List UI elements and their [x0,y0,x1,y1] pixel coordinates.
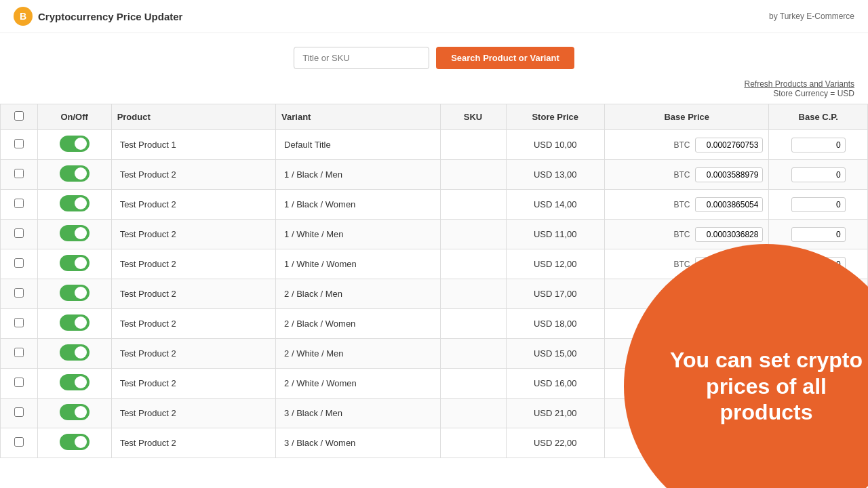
toggle-switch[interactable] [60,285,90,301]
table-row: Test Product 2 3 / Black / Women USD 22,… [1,428,868,458]
row-base-price-cell: BTC [605,399,769,428]
row-product-name: Test Product 2 [111,428,275,458]
base-price-input[interactable] [695,287,763,302]
base-price-input[interactable] [695,138,763,152]
header-variant: Variant [276,104,440,130]
row-base-cp-cell [769,428,868,458]
row-checkbox-cell [1,190,38,220]
base-price-container: BTC [610,376,763,391]
row-currency: BTC [672,439,691,448]
base-cp-input[interactable] [791,346,846,361]
base-cp-input[interactable] [791,436,846,451]
row-checkbox[interactable] [14,288,24,298]
row-sku [440,190,506,220]
row-base-price-cell: BTC [605,160,769,190]
base-cp-input[interactable] [791,227,846,242]
select-all-checkbox[interactable] [14,111,24,121]
base-cp-input[interactable] [791,257,846,272]
row-currency: BTC [672,200,691,209]
row-checkbox[interactable] [14,139,24,148]
row-product-name: Test Product 2 [111,249,275,279]
row-base-price-cell: BTC [605,130,769,160]
base-cp-input[interactable] [791,197,846,212]
row-variant-name: 1 / Black / Men [276,160,440,190]
base-cp-input[interactable] [791,406,846,421]
header-product: Product [111,104,275,130]
table-row: Test Product 2 1 / Black / Women USD 14,… [1,190,868,220]
base-price-input[interactable] [695,376,763,391]
toggle-switch[interactable] [60,195,90,211]
row-checkbox[interactable] [14,378,24,387]
row-checkbox[interactable] [14,228,24,238]
toggle-switch[interactable] [60,255,90,271]
row-currency: BTC [672,230,691,239]
header-store-price: Store Price [506,104,604,130]
toggle-switch[interactable] [60,136,90,152]
row-store-price: USD 14,00 [506,190,604,220]
row-checkbox[interactable] [14,407,24,417]
row-store-price: USD 11,00 [506,220,604,249]
row-product-name: Test Product 2 [111,369,275,399]
toggle-switch[interactable] [60,374,90,390]
row-base-price-cell: BTC [605,428,769,458]
toggle-switch[interactable] [60,404,90,420]
header-checkbox-cell [1,104,38,130]
base-price-input[interactable] [695,436,763,451]
toggle-slider [60,285,90,301]
row-base-price-cell: BTC [605,220,769,249]
row-checkbox[interactable] [14,169,24,178]
toggle-switch[interactable] [60,225,90,241]
products-table: On/Off Product Variant SKU Store Price B… [0,104,868,458]
toggle-slider [60,136,90,152]
row-checkbox-cell [1,339,38,369]
base-price-container: BTC [610,406,763,421]
toggle-switch[interactable] [60,344,90,361]
base-price-input[interactable] [695,197,763,212]
base-price-input[interactable] [695,346,763,361]
toggle-switch[interactable] [60,434,90,450]
row-checkbox-cell [1,369,38,399]
row-toggle-cell [37,190,111,220]
row-store-price: USD 21,00 [506,399,604,428]
search-button[interactable]: Search Product or Variant [436,47,574,69]
toggle-slider [60,225,90,241]
base-price-container: BTC [610,138,763,152]
row-base-cp-cell [769,309,868,339]
base-cp-input[interactable] [791,167,846,182]
toggle-slider [60,195,90,211]
row-checkbox[interactable] [14,318,24,327]
toggle-slider [60,404,90,420]
row-checkbox[interactable] [14,199,24,208]
store-currency-label: Store Currency = USD [773,89,854,98]
toggle-switch[interactable] [60,314,90,331]
row-checkbox-cell [1,309,38,339]
base-price-input[interactable] [695,257,763,272]
row-product-name: Test Product 2 [111,339,275,369]
toggle-switch[interactable] [60,165,90,182]
row-store-price: USD 12,00 [506,249,604,279]
base-price-input[interactable] [695,167,763,182]
toggle-slider [60,344,90,361]
base-price-input[interactable] [695,406,763,421]
base-cp-input[interactable] [791,376,846,391]
app-logo: B [14,7,33,26]
base-cp-input[interactable] [791,287,846,302]
row-base-cp-cell [769,339,868,369]
search-input[interactable] [294,47,429,69]
row-checkbox[interactable] [14,348,24,357]
row-base-cp-cell [769,220,868,249]
row-currency: BTC [672,409,691,418]
base-price-container: BTC [610,317,763,331]
app-header: B Cryptocurrency Price Updater by Turkey… [0,0,868,33]
table-row: Test Product 2 3 / Black / Men USD 21,00… [1,399,868,428]
table-row: Test Product 1 Default Title USD 10,00 B… [1,130,868,160]
table-header-row: On/Off Product Variant SKU Store Price B… [1,104,868,130]
row-base-cp-cell [769,249,868,279]
refresh-link[interactable]: Refresh Products and Variants [744,79,854,89]
base-price-input[interactable] [695,227,763,242]
row-checkbox[interactable] [14,258,24,268]
base-price-input[interactable] [695,317,763,331]
base-cp-input[interactable] [791,138,846,152]
row-checkbox[interactable] [14,437,24,447]
base-cp-input[interactable] [791,317,846,331]
